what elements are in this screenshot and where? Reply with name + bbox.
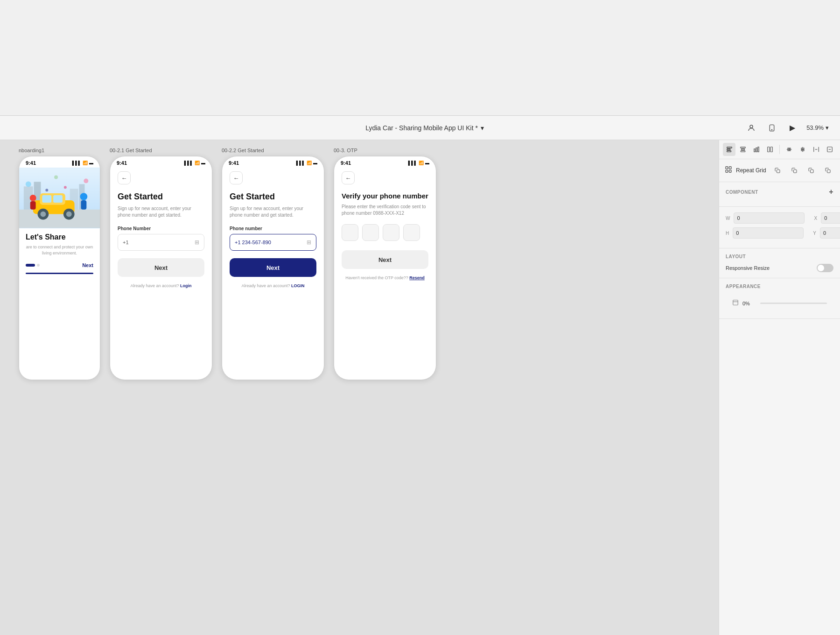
svg-rect-35 (768, 147, 770, 152)
responsive-label: Responsive Resize (726, 265, 770, 271)
screen3-status-bar: 9:41 ▌▌▌ 📶 ▬ (334, 156, 436, 168)
distribute-h-icon[interactable] (783, 143, 795, 156)
svg-point-0 (750, 125, 753, 128)
screen1-next-btn[interactable]: Next (118, 258, 204, 277)
top-gray-area (0, 0, 840, 116)
layout-section-title: LAYOUT (726, 254, 833, 259)
screen1-field-label: Phone Number (118, 226, 204, 231)
screen3-next-btn[interactable]: Next (342, 250, 428, 269)
distribute-v-icon[interactable] (796, 143, 809, 156)
x-input[interactable] (821, 212, 840, 224)
appearance-section-title: APPEARANCE (726, 284, 833, 289)
width-input[interactable] (734, 212, 805, 224)
dot-active (26, 264, 35, 267)
h-label: H (726, 231, 729, 236)
onboarding-headline: Let's Share (26, 233, 93, 241)
svg-rect-12 (53, 195, 63, 203)
svg-point-25 (64, 186, 67, 189)
svg-point-2 (771, 129, 772, 130)
screen1-login-link[interactable]: Login (180, 283, 192, 288)
chart-icon[interactable] (750, 143, 763, 156)
svg-rect-48 (726, 167, 728, 169)
height-input[interactable] (733, 227, 804, 239)
dot-1 (37, 264, 40, 267)
svg-point-21 (26, 181, 31, 187)
appearance-section: APPEARANCE 0% (719, 278, 840, 319)
align-left-icon[interactable] (723, 143, 735, 156)
screen2-login-link[interactable]: LOGIN (291, 283, 305, 288)
screen1-phone-input[interactable]: +1 ⊞ (118, 234, 204, 251)
svg-rect-29 (741, 147, 746, 148)
svg-rect-26 (727, 147, 732, 148)
s1-battery-icon: ▬ (201, 161, 205, 165)
canvas-screens: nboarding1 9:41 ▌▌▌ 📶 ▬ (9, 148, 719, 380)
play-icon[interactable]: ▶ (786, 121, 799, 134)
opacity-row: 0% (726, 294, 833, 313)
user-icon[interactable] (745, 121, 758, 134)
svg-rect-49 (729, 167, 731, 169)
screen2-field-label: Phone number (230, 226, 316, 231)
repeat-grid-label: Repeat Grid (736, 167, 767, 174)
svg-rect-52 (777, 170, 780, 173)
align-center-icon[interactable] (736, 143, 749, 156)
more-icon[interactable] (824, 143, 836, 156)
screen2-back-btn[interactable]: ← (230, 171, 243, 184)
responsive-toggle[interactable] (817, 264, 833, 272)
screen-onboarding-col: nboarding1 9:41 ▌▌▌ 📶 ▬ (19, 148, 100, 380)
screen2-title: Get Started (230, 192, 316, 202)
y-input[interactable] (820, 227, 840, 239)
onboarding-next-btn[interactable]: Next (82, 262, 93, 268)
zoom-value: 53.9% (806, 124, 824, 131)
device-preview-icon[interactable] (765, 121, 778, 134)
onboarding-subtext: are to connect and protect your ownlivin… (26, 244, 93, 256)
svg-rect-27 (727, 149, 730, 150)
otp-box-2[interactable] (362, 224, 379, 241)
screen3-col: 00-3. OTP 9:41 ▌▌▌ 📶 ▬ ← Veri (334, 148, 436, 380)
otp-box-1[interactable] (342, 224, 358, 241)
onboarding-status-bar: 9:41 ▌▌▌ 📶 ▬ (19, 156, 100, 168)
copy-icon-3[interactable] (805, 164, 818, 177)
repeat-grid-icon (725, 166, 732, 175)
spacing-icon[interactable] (810, 143, 822, 156)
svg-point-24 (45, 189, 48, 191)
copy-icon-4[interactable] (821, 164, 834, 177)
s1-wifi-icon: 📶 (195, 161, 200, 165)
screen1-subtitle: Sign up for new account, enter your phon… (118, 205, 204, 219)
dimensions-section: W X H Y (719, 207, 840, 248)
svg-point-16 (66, 212, 72, 217)
x-label: X (814, 216, 817, 221)
svg-point-22 (84, 178, 88, 183)
s2-wifi-icon: 📶 (307, 161, 312, 165)
columns-icon[interactable] (764, 143, 777, 156)
opacity-slider[interactable] (760, 303, 827, 304)
main-area: nboarding1 9:41 ▌▌▌ 📶 ▬ (0, 140, 840, 635)
zoom-control[interactable]: 53.9% ▾ (806, 124, 829, 131)
onboarding-nav-row: Next (26, 262, 93, 268)
otp-box-3[interactable] (383, 224, 399, 241)
screen1-time: 9:41 (117, 160, 127, 166)
onboarding-time: 9:41 (26, 160, 36, 166)
otp-box-4[interactable] (403, 224, 420, 241)
copy-icon-1[interactable] (771, 164, 784, 177)
screen1-phone: 9:41 ▌▌▌ 📶 ▬ ← Get Started Sign up for n… (110, 156, 212, 380)
svg-rect-55 (827, 170, 831, 173)
add-component-btn[interactable]: + (829, 188, 833, 196)
screen2-subtitle: Sign up for new account, enter your phon… (230, 205, 316, 219)
svg-rect-34 (758, 147, 759, 152)
s3-signal-icon: ▌▌▌ (408, 161, 417, 165)
app-title: Lydia Car - Sharing Mobile App UI Kit * (365, 124, 478, 132)
screen3-back-btn[interactable]: ← (342, 171, 355, 184)
title-dropdown-icon[interactable]: ▾ (481, 124, 484, 132)
svg-point-17 (80, 193, 87, 200)
screen3-resend-link[interactable]: Resend (409, 275, 425, 280)
svg-rect-54 (811, 170, 814, 173)
screen2-next-btn[interactable]: Next (230, 258, 316, 277)
copy-icon-2[interactable] (788, 164, 801, 177)
screen1-back-btn[interactable]: ← (118, 171, 131, 184)
screen2-content: ← Get Started Sign up for new account, e… (222, 168, 324, 296)
battery-icon: ▬ (89, 161, 93, 165)
screen2-phone-input[interactable]: +1 234-567-890 ⊞ (230, 234, 316, 251)
width-x-row: W X (726, 212, 833, 224)
svg-rect-51 (729, 170, 731, 172)
title-bar-right: ▶ 53.9% ▾ (745, 121, 829, 134)
